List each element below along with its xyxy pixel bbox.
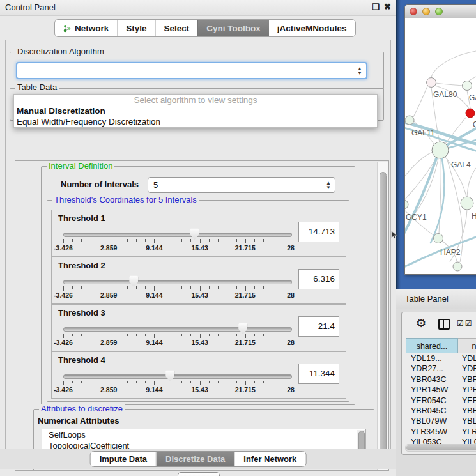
threshold-value-field[interactable]: 14.713	[298, 222, 339, 242]
scrollbar-thumb[interactable]	[406, 445, 476, 450]
horizontal-scrollbar[interactable]	[405, 444, 476, 452]
network-node-red-node[interactable]	[466, 109, 475, 118]
stepper-icon[interactable]: ▲▼	[357, 66, 363, 75]
bottom-tab-infer-network[interactable]: Infer Network	[234, 452, 305, 466]
tick-label: 9.144	[146, 339, 162, 346]
tick-label: 2.859	[100, 386, 117, 394]
tab-network[interactable]: Network	[55, 20, 117, 36]
table-panel-body: ⚙ ☑☑ shared... na YDL19...YDL1YDR27...YD…	[401, 312, 476, 455]
table-row[interactable]: YBR045CYBR0	[406, 406, 476, 416]
panel-title: Control Panel	[5, 3, 56, 12]
tick-label: 28	[287, 291, 295, 299]
table-row[interactable]: YPR145WYPR1	[406, 385, 476, 395]
tick-label: 9.144	[146, 291, 162, 299]
network-node-gcy1[interactable]	[405, 200, 408, 209]
bottom-tab-bar: Impute DataDiscretize DataInfer Network	[90, 451, 307, 467]
network-node-gal4[interactable]	[432, 142, 449, 158]
threshold-row-1: Threshold 1-3.4262.8599.14415.4321.71528…	[51, 210, 346, 257]
slider-ticks	[63, 286, 291, 291]
close-traffic-light-icon[interactable]	[410, 8, 417, 15]
slider-track[interactable]	[63, 327, 292, 332]
table-row[interactable]: YLR345WYLR3	[406, 427, 476, 437]
column-header-shared[interactable]: shared...	[406, 338, 458, 353]
num-intervals-combobox[interactable]: 5 ▲▼	[148, 177, 335, 193]
tab-select[interactable]: Select	[155, 20, 198, 36]
tick-label: 28	[287, 386, 295, 394]
scrollbar-thumb[interactable]	[380, 172, 387, 454]
tab-bar: NetworkStyleSelectCyni ToolboxjActiveMNo…	[54, 19, 356, 37]
slider-thumb[interactable]	[165, 370, 174, 381]
slider-thumb[interactable]	[190, 228, 199, 240]
threshold-value-field[interactable]: 11.344	[298, 364, 339, 384]
gear-icon[interactable]: ⚙	[416, 316, 426, 330]
network-node-bottom-partial[interactable]	[453, 262, 462, 271]
table-row[interactable]: YBR043CYBR0	[406, 374, 476, 385]
cell-shared-name: YER054C	[406, 395, 458, 406]
control-panel-content: Discretization Algorithm ▲▼ Select algor…	[5, 40, 391, 450]
dropdown-option-manual[interactable]: Manual Discretization	[14, 105, 377, 116]
zoom-traffic-light-icon[interactable]	[435, 8, 443, 15]
axis-tick-labels: -3.4262.8599.14415.4321.71528	[63, 244, 291, 252]
cell-name: YBR0	[458, 406, 476, 416]
network-node-hap2[interactable]	[434, 234, 443, 243]
tab-label: Style	[126, 24, 146, 33]
slider-thumb[interactable]	[238, 323, 247, 334]
vertical-scrollbar[interactable]	[377, 162, 388, 470]
apply-button[interactable]: Apply	[178, 472, 220, 476]
table-row[interactable]: YIL053CYIL0	[406, 437, 476, 444]
minimize-traffic-light-icon[interactable]	[422, 8, 430, 15]
cell-shared-name: YDL19...	[406, 353, 458, 364]
columns-icon[interactable]	[438, 319, 450, 330]
slider-track[interactable]	[63, 374, 292, 379]
cell-name: YLR3	[458, 427, 476, 437]
slider-track[interactable]	[63, 280, 292, 284]
table-row[interactable]: YDL19...YDL1	[406, 353, 476, 364]
interval-definition-group: Interval Definition Number of Intervals …	[41, 166, 355, 405]
cell-name: YER0	[458, 395, 476, 406]
tab-cyni-toolbox[interactable]: Cyni Toolbox	[197, 20, 269, 36]
tick-label: 2.859	[100, 291, 117, 299]
slider-ticks	[63, 334, 291, 339]
threshold-value-field[interactable]: 6.316	[298, 269, 339, 289]
network-node-gal11[interactable]	[405, 116, 414, 125]
network-canvas[interactable]: GAL80GACGAL11GAL4GCY1HHAP2	[405, 18, 476, 274]
network-window-titlebar	[405, 5, 476, 19]
network-node-label: C	[473, 120, 476, 129]
tab-label: jActiveMNodules	[277, 24, 347, 33]
cell-name: YDR2	[458, 364, 476, 374]
column-header-name[interactable]: na	[458, 338, 476, 353]
algorithm-dropdown-popup: Select algorithm to view settings Manual…	[13, 94, 378, 128]
tab-style[interactable]: Style	[117, 20, 155, 36]
dropdown-prompt-item[interactable]: Select algorithm to view settings	[14, 95, 377, 105]
table-row[interactable]: YBL079WYBL0	[406, 416, 476, 426]
group-title: Threshold's Coordinates for 5 Intervals	[52, 195, 199, 204]
network-node-ga-partial[interactable]	[463, 81, 472, 91]
bottom-tab-strip: Impute DataDiscretize DataInfer Network	[0, 449, 396, 469]
float-icon[interactable]: ❑	[372, 2, 380, 12]
slider-track[interactable]	[63, 233, 292, 237]
slider-thumb[interactable]	[129, 275, 138, 287]
close-icon[interactable]: ✖	[384, 2, 391, 12]
list-item[interactable]: SelfLoops	[42, 429, 365, 440]
tick-label: -3.426	[54, 291, 73, 299]
network-node-h-partial[interactable]	[461, 197, 473, 210]
slider-ticks	[63, 239, 291, 244]
bottom-tab-impute-data[interactable]: Impute Data	[91, 452, 156, 466]
bottom-tab-discretize-data[interactable]: Discretize Data	[156, 452, 234, 466]
dropdown-option-equal-width[interactable]: Equal Width/Frequency Discretization	[14, 116, 377, 127]
tick-label: 15.43	[191, 291, 208, 299]
network-icon	[63, 24, 72, 33]
table-row[interactable]: YDR27...YDR2	[406, 364, 476, 374]
tab-jactivemnodules[interactable]: jActiveMNodules	[269, 20, 355, 36]
algorithm-combobox[interactable]: ▲▼	[16, 62, 367, 79]
threshold-label: Threshold 3	[58, 308, 105, 318]
threshold-label: Threshold 4	[58, 355, 105, 365]
threshold-value-field[interactable]: 21.4	[298, 316, 339, 337]
tab-label: Cyni Toolbox	[206, 24, 261, 33]
group-title: Discretization Algorithm	[15, 47, 106, 56]
network-node-gal80[interactable]	[427, 78, 436, 88]
table-row[interactable]: YER054CYER0	[406, 395, 476, 406]
checkbox-icons[interactable]: ☑☑	[457, 319, 473, 328]
threshold-row-4: Threshold 4-3.4262.8599.14415.4321.71528…	[51, 351, 346, 399]
stepper-icon[interactable]: ▲▼	[325, 181, 332, 190]
